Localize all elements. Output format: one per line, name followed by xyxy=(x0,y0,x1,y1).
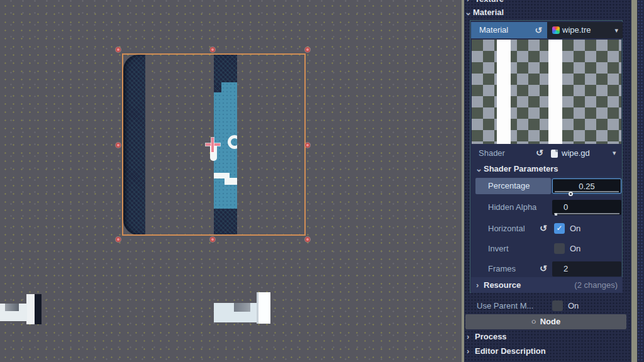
scene-item-left-shadow xyxy=(34,294,42,324)
material-property-label[interactable]: Material ↺ xyxy=(471,22,547,38)
revert-icon[interactable]: ↺ xyxy=(536,148,543,157)
revert-icon[interactable]: ↺ xyxy=(535,26,542,35)
horizontal-checkbox[interactable]: ✓ xyxy=(554,223,565,234)
revert-icon[interactable]: ↺ xyxy=(540,264,547,273)
section-shader-parameters[interactable]: ⌄Shader Parameters xyxy=(475,164,558,173)
use-parent-material-label: Use Parent M... xyxy=(477,301,533,310)
selection-handle-middle-left[interactable] xyxy=(116,143,121,148)
selection-handle-top-middle[interactable] xyxy=(210,47,215,52)
use-parent-material-checkbox[interactable] xyxy=(552,300,563,311)
percentage-slider-grabber[interactable] xyxy=(569,192,573,196)
revert-icon[interactable]: ↺ xyxy=(540,224,547,233)
resource-label: Resource xyxy=(484,280,521,290)
scene-item-right-notch xyxy=(234,303,250,312)
percentage-row: Percentage 0.25 xyxy=(470,178,623,194)
section-resource[interactable]: ›Resource (2 changes) xyxy=(471,277,623,293)
scene-item-left xyxy=(26,294,35,324)
fold-closed-icon: › xyxy=(471,277,484,293)
node-circle-icon: ○ xyxy=(531,317,536,326)
shader-property-row: Shader ↺ wipe.gd ▾ xyxy=(470,145,623,162)
selection-handle-bottom-left[interactable] xyxy=(116,237,121,242)
frames-input[interactable]: 2 ▲ ▼ xyxy=(552,261,621,277)
fold-closed-icon: › xyxy=(467,332,475,341)
editor-description-label: Editor Description xyxy=(475,346,546,356)
invert-on-label: On xyxy=(570,244,580,253)
section-editor-description[interactable]: ›Editor Description xyxy=(467,346,546,356)
wipe-bar xyxy=(548,40,562,144)
use-parent-on-label: On xyxy=(568,301,579,310)
selection-handle-middle-right[interactable] xyxy=(305,143,310,148)
section-material-label: Material xyxy=(473,8,504,17)
canvas-viewport[interactable] xyxy=(0,0,462,362)
shader-resource-name[interactable]: wipe.gd xyxy=(562,148,590,158)
horizontal-row: Horizontal ↺ ✓ On xyxy=(470,221,623,237)
shader-material-icon xyxy=(552,26,560,34)
invert-row: Invert On xyxy=(470,241,623,257)
selection-rectangle xyxy=(122,53,306,236)
material-resource-name: wipe.tre xyxy=(562,22,591,38)
fold-open-icon: ⌄ xyxy=(465,8,473,17)
scene-item-right xyxy=(257,292,270,324)
shader-parameters-label: Shader Parameters xyxy=(484,164,558,173)
material-subinspector: Material ↺ wipe.tre ▾ Shader ↺ wipe.gd ▾… xyxy=(470,20,623,293)
section-process[interactable]: ›Process xyxy=(467,332,507,341)
material-resource-picker[interactable]: wipe.tre ▾ xyxy=(547,22,623,38)
horizontal-on-label: On xyxy=(570,224,580,233)
frames-row: Frames ↺ 2 ▲ ▼ xyxy=(470,261,623,277)
section-texture[interactable]: ›Texture xyxy=(467,0,504,4)
hidden-alpha-label: Hidden Alpha xyxy=(488,202,536,212)
hidden-alpha-slider-track[interactable] xyxy=(554,213,619,214)
selection-handle-bottom-right[interactable] xyxy=(305,237,310,242)
inspector-panel: ›Texture ⌄Material Material ↺ wipe.tre ▾… xyxy=(464,0,631,362)
material-preview xyxy=(472,40,621,144)
material-label-text: Material xyxy=(471,25,508,35)
selection-handle-top-right[interactable] xyxy=(305,47,310,52)
percentage-label: Percentage xyxy=(488,181,530,190)
check-icon: ✓ xyxy=(556,224,562,233)
chevron-down-icon[interactable]: ▾ xyxy=(614,22,618,38)
hidden-alpha-row: Hidden Alpha 0 xyxy=(470,199,623,216)
hidden-alpha-input[interactable]: 0 xyxy=(552,200,621,215)
section-texture-label: Texture xyxy=(475,0,504,4)
use-parent-material-row: Use Parent M... On xyxy=(464,298,631,314)
percentage-input[interactable]: 0.25 xyxy=(552,178,621,194)
percentage-value: 0.25 xyxy=(553,182,621,191)
node-category-button[interactable]: ○Node xyxy=(465,314,626,329)
invert-checkbox[interactable] xyxy=(554,243,565,254)
selection-handle-bottom-middle[interactable] xyxy=(210,237,215,242)
frames-label: Frames xyxy=(488,264,516,273)
horizontal-label: Horizontal xyxy=(488,224,525,233)
fold-closed-icon: › xyxy=(467,346,475,356)
resource-changes-badge: (2 changes) xyxy=(574,277,618,293)
wipe-bar xyxy=(497,40,511,144)
shader-file-icon xyxy=(551,150,558,158)
hidden-alpha-slider-grabber[interactable] xyxy=(555,213,557,216)
node-button-label: Node xyxy=(540,317,561,326)
inspector-scrollbar[interactable] xyxy=(631,0,637,362)
frames-value: 2 xyxy=(564,264,568,273)
window-right-edge xyxy=(637,0,644,362)
hidden-alpha-value: 0 xyxy=(564,202,568,212)
invert-label: Invert xyxy=(488,244,509,253)
fold-closed-icon: › xyxy=(467,0,475,4)
process-label: Process xyxy=(475,332,507,341)
selection-handle-top-left[interactable] xyxy=(116,47,121,52)
shader-label: Shader xyxy=(479,148,505,158)
scene-item-left-notch xyxy=(5,304,19,311)
fold-open-icon: ⌄ xyxy=(475,164,484,173)
chevron-down-icon[interactable]: ▾ xyxy=(613,149,616,157)
percentage-slider-track[interactable] xyxy=(555,191,619,192)
section-material[interactable]: ⌄Material xyxy=(465,8,504,17)
